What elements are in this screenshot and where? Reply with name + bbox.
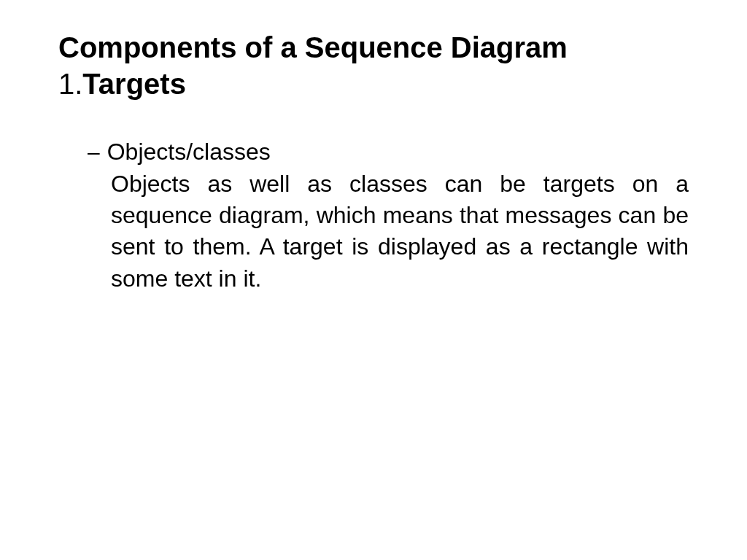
bullet-label: Objects/classes xyxy=(107,139,271,166)
slide-title: Components of a Sequence Diagram xyxy=(58,29,689,66)
subtitle-number: 1. xyxy=(58,68,82,100)
body-paragraph: Objects as well as classes can be target… xyxy=(88,168,689,295)
title-block: Components of a Sequence Diagram 1.Targe… xyxy=(58,29,689,102)
bullet-row: – Objects/classes xyxy=(88,139,689,166)
subtitle-text: Targets xyxy=(82,68,186,100)
slide-subtitle: 1.Targets xyxy=(58,66,689,102)
content-block: – Objects/classes Objects as well as cla… xyxy=(58,139,689,295)
bullet-dash-icon: – xyxy=(88,140,100,165)
